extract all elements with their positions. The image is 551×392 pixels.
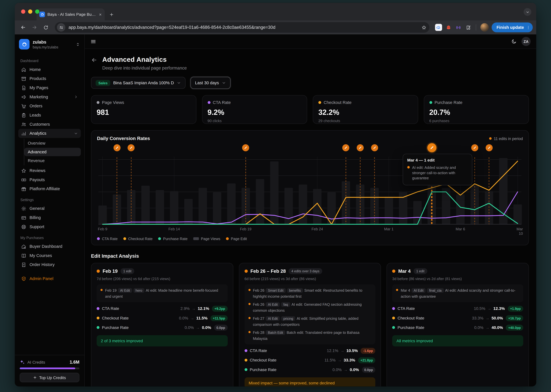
reload-button[interactable] <box>41 22 51 32</box>
finish-update-button[interactable]: Finish update <box>492 22 533 32</box>
sidebar-item-my-pages[interactable]: My Pages <box>18 83 81 92</box>
edit-pencil-marker-feb-27[interactable] <box>357 144 364 151</box>
zoom-window-button[interactable] <box>35 9 39 14</box>
metric-dot-icon <box>245 368 247 371</box>
top-up-credits-button[interactable]: Top Up Credits <box>20 373 79 382</box>
sidebar-item-payouts[interactable]: Payouts <box>18 175 81 184</box>
sidebar-item-reviews[interactable]: Reviews <box>18 166 81 175</box>
tab-search-button[interactable] <box>524 8 531 16</box>
metric-label: Page Views <box>102 100 124 105</box>
metric-delta-badge: 0.0pp <box>362 367 375 373</box>
tab-title: Baya - AI Sales Page Builder <box>48 12 96 16</box>
creature-extension-icon[interactable] <box>445 24 452 31</box>
legend-item-page-views: Page Views <box>193 237 220 241</box>
sidebar-item-home[interactable]: Home <box>18 65 81 74</box>
metric-before-value: 11.5% <box>324 358 336 362</box>
general-icon <box>21 206 26 211</box>
page-selector-dropdown[interactable]: Sales Bina SaaS Impian Anda 100% D <box>91 77 186 89</box>
minimize-window-button[interactable] <box>28 9 32 14</box>
edit-pencil-marker-mar-4[interactable] <box>427 143 436 152</box>
sidebar-subitem-revenue[interactable]: Revenue <box>24 156 81 165</box>
workspace-switcher[interactable]: zulabs baya.my/zulabs <box>15 35 84 53</box>
megaphone-icon <box>21 94 26 100</box>
sidebar-item-support[interactable]: Support <box>18 222 81 231</box>
edit-tag-hero: hero <box>133 288 144 293</box>
forward-button[interactable] <box>29 22 39 32</box>
app-topbar: ZA <box>85 35 536 49</box>
sidebar-item-general[interactable]: General <box>18 204 81 213</box>
sidebar-item-orders[interactable]: Orders <box>18 101 81 111</box>
sidebar-item-billing[interactable]: Billing <box>18 213 81 222</box>
impact-card-mar-4[interactable]: Mar 41 edit3d before (86 views) vs 2d af… <box>387 263 529 386</box>
extensions-puzzle-icon[interactable] <box>465 24 472 31</box>
metric-before-value: 33.3% <box>472 316 483 320</box>
chrome-profile-avatar[interactable] <box>480 23 489 32</box>
cloud-extension-icon[interactable] <box>435 24 442 31</box>
metric-after-value: 0.0% <box>350 368 359 372</box>
sidebar-item-marketing[interactable]: Marketing <box>18 92 81 101</box>
impact-summary-banner: 2 of 3 metrics improved <box>97 335 228 346</box>
page-title: Advanced Analytics <box>102 56 187 63</box>
edit-tooltip: Mar 4 — 1 edit AI edit: Added scarcity a… <box>403 154 472 185</box>
edit-pencil-marker-mar-8[interactable] <box>486 144 493 151</box>
sidebar-subitem-overview[interactable]: Overview <box>24 139 81 147</box>
metric-card-purchase-rate[interactable]: Purchase Rate20.7%6 purchases <box>424 95 529 124</box>
sidebar-item-my-courses[interactable]: My Courses <box>18 251 81 260</box>
edit-pencil-marker-mar-7[interactable] <box>471 144 478 151</box>
impact-card-feb-26-feb-28[interactable]: Feb 26 – Feb 284 edits over 3 days6d bef… <box>239 263 381 386</box>
tab-close-icon[interactable] <box>99 13 102 16</box>
sidebar-item-products[interactable]: Products <box>18 74 81 83</box>
impact-window-subtitle: 6d before (215 views) vs 3d after (86 vi… <box>245 277 376 281</box>
tooltip-text: AI edit: Added scarcity and stronger cal… <box>412 165 468 181</box>
url-text[interactable]: app.baya.my/dashboard/analytics/advanced… <box>65 25 421 30</box>
metric-label: Checkout Rate <box>398 316 424 320</box>
legend-dot-icon <box>226 237 229 240</box>
edit-pencil-marker-feb-10[interactable] <box>113 144 120 151</box>
metric-card-page-views[interactable]: Page Views981 <box>91 95 196 124</box>
bookmark-star-icon[interactable] <box>421 25 427 30</box>
kebab-menu-icon[interactable] <box>526 25 531 30</box>
date-range-dropdown[interactable]: Last 30 days <box>190 77 231 89</box>
edit-pencil-marker-feb-26[interactable] <box>342 144 349 151</box>
sidebar-item-buyer-dashboard[interactable]: Buyer Dashboard <box>18 242 81 251</box>
metric-card-checkout-rate[interactable]: Checkout Rate32.2%29 checkouts <box>313 95 418 124</box>
sidebar-item-label: Orders <box>29 104 78 108</box>
dark-mode-toggle-icon[interactable] <box>511 39 517 44</box>
signal-extension-icon[interactable] <box>455 24 462 31</box>
close-window-button[interactable] <box>21 9 25 14</box>
metric-label: Purchase Rate <box>435 100 462 105</box>
user-avatar[interactable]: ZA <box>522 37 531 46</box>
new-tab-button[interactable] <box>107 10 116 19</box>
edit-pencil-marker-feb-28[interactable] <box>371 144 378 151</box>
metric-after-value: 33.3% <box>344 358 355 362</box>
metric-card-cta-rate[interactable]: CTA Rate9.2%90 clicks <box>202 95 307 124</box>
hamburger-menu-icon[interactable] <box>90 38 96 44</box>
sidebar-subitem-advanced[interactable]: Advanced <box>24 148 81 156</box>
sidebar-item-analytics[interactable]: Analytics <box>18 129 81 138</box>
edit-pencil-marker-feb-19[interactable] <box>242 144 249 151</box>
site-info-icon[interactable] <box>57 23 65 32</box>
sidebar-item-leads[interactable]: Leads <box>18 111 81 120</box>
sidebar-item-customers[interactable]: Customers <box>18 120 81 129</box>
sidebar-item-label: Admin Panel <box>29 276 78 281</box>
page-subtitle: Deep dive into individual page performan… <box>102 66 187 70</box>
edit-dot-icon <box>489 137 492 140</box>
edit-entry-date: Feb 19 <box>105 288 116 292</box>
metric-card-header: Purchase Rate <box>429 100 523 105</box>
sidebar-item-order-history[interactable]: Order History <box>18 260 81 269</box>
metric-subtext: 29 checkouts <box>319 119 412 123</box>
browser-tab[interactable]: Baya - AI Sales Page Builder <box>36 8 105 20</box>
impact-card-header: Feb 191 edit <box>97 268 228 274</box>
impact-edits-box: Feb 19AI EditheroAI edit: Made headline … <box>97 284 228 302</box>
metric-delta-badge: -1.6pp <box>361 348 375 354</box>
impact-date: Mar 4 <box>398 268 411 274</box>
sidebar-item-platform-affiliate[interactable]: Platform Affiliate <box>18 184 81 194</box>
window-controls[interactable] <box>21 9 39 14</box>
back-button[interactable] <box>18 22 28 32</box>
address-bar[interactable]: app.baya.my/dashboard/analytics/advanced… <box>55 22 429 33</box>
edit-pencil-marker-feb-11[interactable] <box>128 144 135 151</box>
back-arrow-icon[interactable] <box>91 57 97 63</box>
impact-card-feb-19[interactable]: Feb 191 edit7d before (206 views) vs 6d … <box>91 263 233 386</box>
metric-label: CTA Rate <box>250 349 267 353</box>
sidebar-item-admin-panel[interactable]: Admin Panel <box>18 274 81 283</box>
